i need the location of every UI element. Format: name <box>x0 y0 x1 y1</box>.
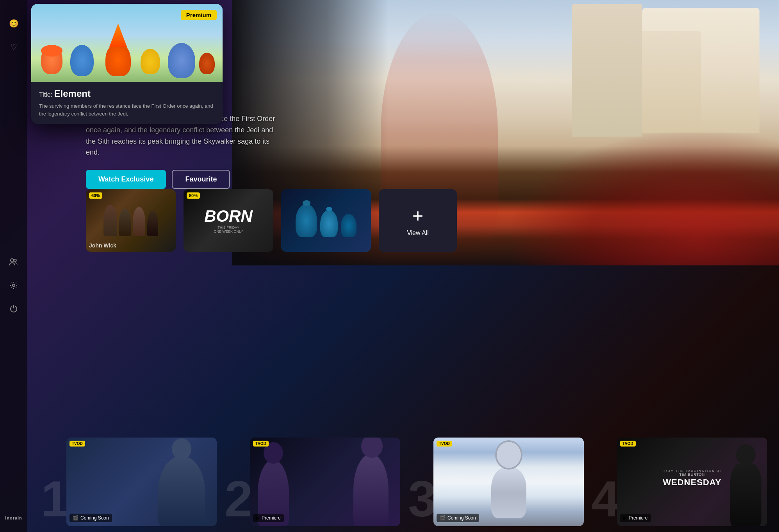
hero-content-area: The surviving members of the resistance … <box>86 113 320 189</box>
sidebar: 😊 ♡ inorain <box>0 0 27 532</box>
trending-number-3: 3 <box>408 473 436 524</box>
settings-icon[interactable] <box>5 277 22 294</box>
tvod-badge-1: TVOD <box>70 441 85 447</box>
tvod-badge-3: TVOD <box>437 441 452 447</box>
app-logo: inorain <box>5 516 22 520</box>
movie-card-john-wick[interactable]: 60% John Wick <box>86 189 176 252</box>
tvod-badge-2: TVOD <box>253 441 269 447</box>
view-all-label: View All <box>407 230 429 237</box>
tooltip-description: The surviving members of the resistance … <box>39 102 215 117</box>
trending-item-4[interactable]: 4 FROM THE IMAGINATION OF TIM BURTON WED… <box>590 434 767 526</box>
tooltip-title-bold: Element <box>54 88 91 99</box>
users-icon[interactable] <box>5 253 22 270</box>
trending-item-1[interactable]: 1 TVOD 🎬 Coming Soon <box>39 434 217 526</box>
trending-number-2: 2 <box>225 473 253 524</box>
tooltip-premium-badge: Premium <box>181 10 217 20</box>
svg-point-0 <box>11 259 14 262</box>
john-wick-title: John Wick <box>89 242 116 249</box>
trending-number-1: 1 <box>41 473 69 524</box>
favourite-button[interactable]: Favourite <box>172 170 230 189</box>
svg-point-2 <box>12 284 15 286</box>
tooltip-card: Premium Title: Element The surviving mem… <box>31 4 223 124</box>
trending-3-status: Coming Soon <box>447 515 476 521</box>
tooltip-title-line: Title: Element <box>39 88 215 99</box>
movie-card-avatar[interactable]: 80% <box>281 189 371 252</box>
heart-icon[interactable]: ♡ <box>5 38 22 55</box>
tooltip-body: Title: Element The surviving members of … <box>31 82 223 124</box>
watch-exclusive-button[interactable]: Watch Exclusive <box>86 170 166 189</box>
view-all-card[interactable]: + View All <box>379 189 457 252</box>
power-icon[interactable] <box>5 300 22 317</box>
movie-cards-section: 60% John Wick 80% BORN THIS FRIDAYONE WE… <box>86 189 457 252</box>
trending-item-3[interactable]: 3 TVOD 🎬 Coming Soon <box>406 434 584 526</box>
born-subtitle: THIS FRIDAYONE WEEK ONLY <box>214 226 243 233</box>
tvod-badge-4: TVOD <box>620 441 636 447</box>
trending-4-status: Premiere <box>629 515 648 521</box>
trending-number-4: 4 <box>592 473 620 524</box>
emoji-icon[interactable]: 😊 <box>5 15 22 32</box>
trending-1-status: Coming Soon <box>80 515 109 521</box>
view-all-plus-icon: + <box>412 205 423 226</box>
svg-point-1 <box>14 259 16 262</box>
trending-item-2[interactable]: 2 TVOD ▶ Premiere <box>223 434 400 526</box>
movie-card-born[interactable]: 80% BORN THIS FRIDAYONE WEEK ONLY <box>184 189 273 252</box>
trending-2-status: Premiere <box>262 515 281 521</box>
hero-buttons: Watch Exclusive Favourite <box>86 170 320 189</box>
born-title-text: BORN <box>204 208 253 224</box>
trending-section: 1 TVOD 🎬 Coming Soon 2 <box>27 434 779 532</box>
tooltip-movie-image: Premium <box>31 4 223 82</box>
